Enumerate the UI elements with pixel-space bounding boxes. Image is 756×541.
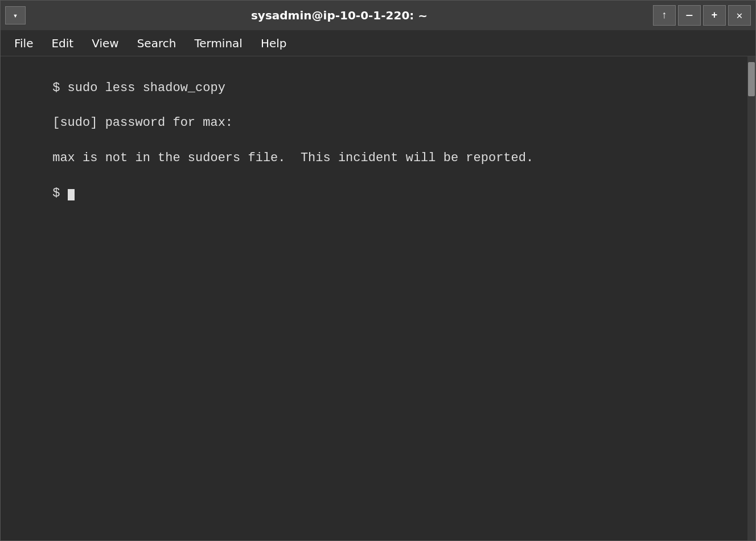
minimize-icon: — xyxy=(687,10,693,21)
terminal-window: ▾ sysadmin@ip-10-0-1-220: ~ ↑ — + ✕ File… xyxy=(0,0,756,541)
terminal-cursor xyxy=(68,189,75,200)
scrollbar[interactable] xyxy=(747,56,755,540)
window-title: sysadmin@ip-10-0-1-220: ~ xyxy=(26,9,653,22)
scroll-up-button[interactable]: ↑ xyxy=(653,5,676,26)
menu-item-terminal[interactable]: Terminal xyxy=(185,33,252,54)
menu-item-help[interactable]: Help xyxy=(252,33,296,54)
terminal-body: $ sudo less shadow_copy [sudo] password … xyxy=(1,56,755,540)
window-controls: ↑ — + ✕ xyxy=(653,5,751,26)
menu-item-view[interactable]: View xyxy=(83,33,128,54)
terminal-line-1: $ sudo less shadow_copy xyxy=(52,81,225,95)
dropdown-button[interactable]: ▾ xyxy=(5,6,26,24)
scrollbar-thumb[interactable] xyxy=(748,62,755,96)
terminal-line-4: $ xyxy=(52,186,60,200)
add-icon: + xyxy=(712,10,718,21)
close-button[interactable]: ✕ xyxy=(728,5,751,26)
terminal-line-3: max is not in the sudoers file. This inc… xyxy=(52,151,533,165)
menu-item-file[interactable]: File xyxy=(5,33,42,54)
title-bar: ▾ sysadmin@ip-10-0-1-220: ~ ↑ — + ✕ xyxy=(1,1,755,30)
title-bar-left: ▾ xyxy=(5,6,26,24)
terminal-line-2: [sudo] password for max: xyxy=(52,116,233,130)
add-tab-button[interactable]: + xyxy=(703,5,726,26)
terminal-output[interactable]: $ sudo less shadow_copy [sudo] password … xyxy=(1,56,747,540)
scroll-up-icon: ↑ xyxy=(662,10,668,21)
menu-item-edit[interactable]: Edit xyxy=(42,33,83,54)
dropdown-arrow-icon: ▾ xyxy=(13,11,18,21)
menu-bar: File Edit View Search Terminal Help xyxy=(1,30,755,56)
menu-item-search[interactable]: Search xyxy=(128,33,186,54)
close-icon: ✕ xyxy=(737,9,743,22)
minimize-button[interactable]: — xyxy=(678,5,701,26)
